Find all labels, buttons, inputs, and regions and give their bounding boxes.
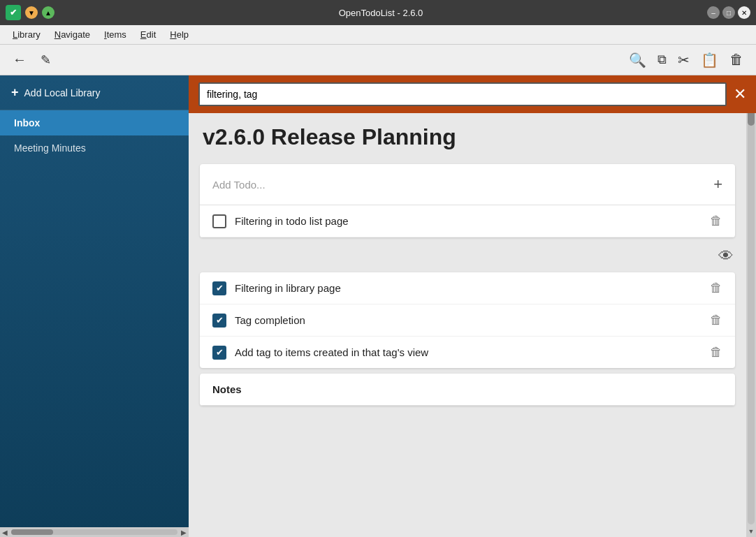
copy-icon: ⧉ <box>657 52 667 67</box>
app-icon: ✔ <box>6 5 21 20</box>
scrollable-content: v2.6.0 Release Planning Add Todo... + Fi… <box>189 113 756 537</box>
menu-bar: Library Navigate Items Edit Help <box>0 25 756 45</box>
todo-label-1: Filtering in todo list page <box>235 215 349 227</box>
add-library-label: Add Local Library <box>24 87 101 98</box>
sidebar-item-meeting-minutes-label: Meeting Minutes <box>14 142 86 154</box>
h-scroll-right-arrow[interactable]: ▶ <box>179 529 189 536</box>
todo-delete-button-2[interactable]: 🗑 <box>710 281 722 295</box>
sidebar-item-inbox-label: Inbox <box>14 117 40 128</box>
back-button[interactable]: ← <box>8 49 31 71</box>
page-title: v2.6.0 Release Planning <box>189 113 746 159</box>
search-button[interactable]: 🔍 <box>625 49 650 71</box>
scroll-down-arrow[interactable]: ▼ <box>746 526 756 537</box>
search-icon: 🔍 <box>629 52 646 68</box>
add-todo-button[interactable]: + <box>713 175 722 193</box>
main-layout: + Add Local Library Inbox Meeting Minute… <box>0 75 756 537</box>
title-bar-left: ✔ ▼ ▲ <box>6 5 54 20</box>
add-library-button[interactable]: + Add Local Library <box>0 75 189 110</box>
maximize-button[interactable]: ▲ <box>42 6 54 19</box>
delete-button[interactable]: 🗑 <box>725 49 748 71</box>
back-icon: ← <box>13 52 27 68</box>
cut-button[interactable]: ✂ <box>674 49 694 71</box>
delete-icon: 🗑 <box>729 52 743 68</box>
todo-label-2: Filtering in library page <box>235 282 341 294</box>
cut-icon: ✂ <box>678 52 690 68</box>
todo-item-4: ✔ Add tag to items created in that tag's… <box>200 337 735 368</box>
window-title: OpenTodoList - 2.6.0 <box>54 8 707 18</box>
todo-item-2-left: ✔ Filtering in library page <box>212 281 341 295</box>
notes-header: Notes <box>200 374 735 406</box>
h-scrollbar-thumb[interactable] <box>11 529 53 535</box>
title-bar-right: – □ ✕ <box>707 6 750 19</box>
toolbar-right: 🔍 ⧉ ✂ 📋 🗑 <box>625 49 748 71</box>
horizontal-scrollbar[interactable]: ◀ ▶ <box>0 527 189 537</box>
spacer-eye-row: 👁 <box>189 243 746 267</box>
todo-item-3-left: ✔ Tag completion <box>212 314 305 328</box>
content-area: ✕ v2.6.0 Release Planning Add Todo... + … <box>189 75 756 537</box>
edit-button[interactable]: ✎ <box>36 50 55 71</box>
paste-button[interactable]: 📋 <box>697 49 722 71</box>
todo-checkbox-1[interactable] <box>212 214 226 228</box>
minimize-button[interactable]: ▼ <box>25 6 38 19</box>
todo-delete-button-3[interactable]: 🗑 <box>710 313 722 328</box>
wm-close-button[interactable]: ✕ <box>738 6 750 19</box>
todo-card-checked: ✔ Filtering in library page 🗑 ✔ Tag comp… <box>200 272 735 368</box>
sidebar-item-inbox[interactable]: Inbox <box>0 110 189 135</box>
toolbar: ← ✎ 🔍 ⧉ ✂ 📋 🗑 <box>0 45 756 75</box>
add-library-plus-icon: + <box>11 85 19 100</box>
todo-label-4: Add tag to items created in that tag's v… <box>235 346 428 358</box>
todo-label-3: Tag completion <box>235 314 305 326</box>
wm-minimize-button[interactable]: – <box>707 6 720 19</box>
scrollbar-track <box>748 88 755 524</box>
todo-checkbox-2[interactable]: ✔ <box>212 281 226 295</box>
edit-icon: ✎ <box>41 52 51 68</box>
todo-item-1-left: Filtering in todo list page <box>212 214 349 228</box>
todo-item-2: ✔ Filtering in library page 🗑 <box>200 272 735 304</box>
add-todo-placeholder[interactable]: Add Todo... <box>212 179 713 191</box>
wm-maximize-button[interactable]: □ <box>722 6 735 19</box>
todo-item-1: Filtering in todo list page 🗑 <box>200 205 735 237</box>
search-overlay: ✕ <box>189 75 756 113</box>
todo-delete-button-4[interactable]: 🗑 <box>710 345 722 360</box>
sidebar: + Add Local Library Inbox Meeting Minute… <box>0 75 189 537</box>
todo-item-4-left: ✔ Add tag to items created in that tag's… <box>212 346 428 360</box>
notes-card: Notes <box>200 374 735 406</box>
paste-icon: 📋 <box>701 52 718 68</box>
search-close-button[interactable]: ✕ <box>734 87 746 102</box>
search-input[interactable] <box>198 82 727 106</box>
menu-navigate[interactable]: Navigate <box>48 28 97 41</box>
todo-checkbox-4[interactable]: ✔ <box>212 346 226 360</box>
sidebar-item-meeting-minutes[interactable]: Meeting Minutes <box>0 135 189 161</box>
todo-delete-button-1[interactable]: 🗑 <box>710 214 722 228</box>
todo-card-unchecked: Add Todo... + Filtering in todo list pag… <box>200 164 735 237</box>
eye-button[interactable]: 👁 <box>718 247 734 265</box>
menu-edit[interactable]: Edit <box>133 28 163 41</box>
toolbar-left: ← ✎ <box>8 49 55 71</box>
menu-library[interactable]: Library <box>6 28 48 41</box>
todo-item-3: ✔ Tag completion 🗑 <box>200 304 735 337</box>
copy-button[interactable]: ⧉ <box>653 50 671 70</box>
bottom-spacer <box>189 411 746 425</box>
title-bar: ✔ ▼ ▲ OpenTodoList - 2.6.0 – □ ✕ <box>0 0 756 25</box>
h-scroll-left-arrow[interactable]: ◀ <box>0 529 10 536</box>
todo-checkbox-3[interactable]: ✔ <box>212 314 226 328</box>
menu-items[interactable]: Items <box>97 28 133 41</box>
h-scrollbar-track <box>11 529 177 535</box>
vertical-scrollbar[interactable]: ▲ ▼ <box>746 75 756 537</box>
add-todo-row: Add Todo... + <box>200 164 735 205</box>
menu-help[interactable]: Help <box>163 28 196 41</box>
